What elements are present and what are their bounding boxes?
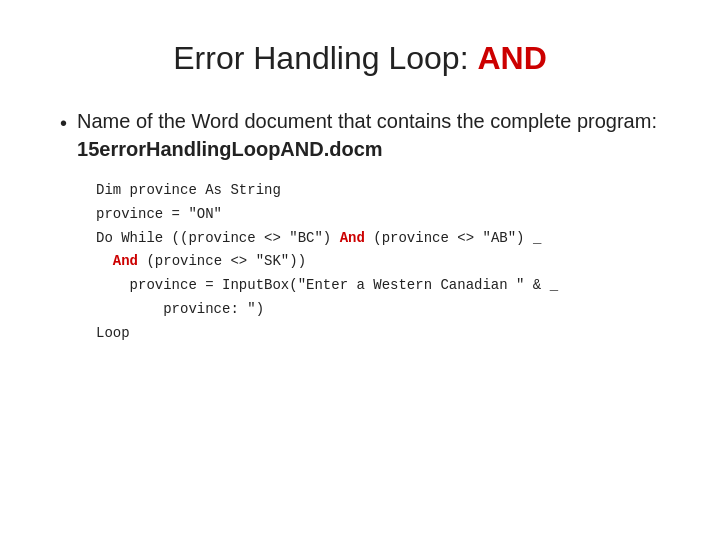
filename: 15errorHandlingLoopAND.docm <box>77 138 383 160</box>
code-line: Loop <box>96 322 660 346</box>
code-line: And (province <> "SK")) <box>96 250 660 274</box>
keyword-and: And <box>113 253 138 269</box>
code-block: Dim province As String province = "ON" D… <box>96 179 660 346</box>
bullet-item: • Name of the Word document that contain… <box>60 107 660 163</box>
bullet-text: Name of the Word document that contains … <box>77 107 660 163</box>
code-line: province: ") <box>96 298 660 322</box>
slide-title: Error Handling Loop: AND <box>60 40 660 77</box>
code-line: province = "ON" <box>96 203 660 227</box>
title-keyword: AND <box>477 40 546 76</box>
code-line: province = InputBox("Enter a Western Can… <box>96 274 660 298</box>
content-area: • Name of the Word document that contain… <box>60 107 660 346</box>
code-line: Do While ((province <> "BC") And (provin… <box>96 227 660 251</box>
bullet-dot: • <box>60 109 67 137</box>
title-prefix: Error Handling Loop: <box>173 40 477 76</box>
keyword-and: And <box>340 230 365 246</box>
code-line: Dim province As String <box>96 179 660 203</box>
bullet-label: Name of the Word document that contains … <box>77 110 657 132</box>
